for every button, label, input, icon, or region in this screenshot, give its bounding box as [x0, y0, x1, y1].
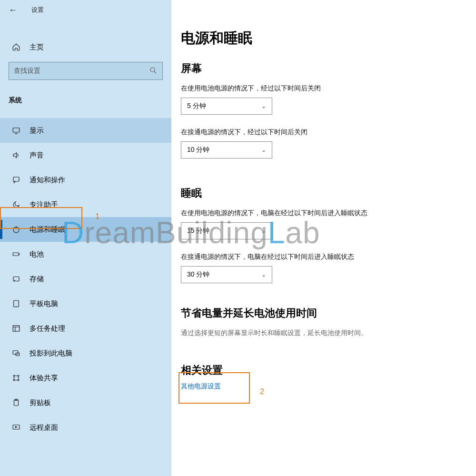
- sleep-battery-label: 在使用电池电源的情况下，电脑在经过以下时间后进入睡眠状态: [181, 209, 476, 218]
- sidebar-home[interactable]: 主页: [0, 37, 171, 57]
- multitask-icon: [10, 324, 22, 333]
- sidebar-item-multitask[interactable]: 多任务处理: [0, 316, 171, 341]
- sidebar-item-label: 远程桌面: [30, 423, 58, 432]
- svg-rect-8: [13, 326, 20, 331]
- screen-plugged-label: 在接通电源的情况下，经过以下时间后关闭: [181, 128, 476, 137]
- back-icon[interactable]: ←: [9, 5, 17, 15]
- screen-heading: 屏幕: [181, 61, 476, 76]
- chevron-down-icon: ⌄: [261, 271, 266, 278]
- sidebar-item-label: 投影到此电脑: [30, 349, 72, 358]
- sidebar-item-focus[interactable]: 专注助手: [0, 192, 171, 217]
- related-heading: 相关设置: [181, 363, 476, 377]
- screen-plugged-value: 10 分钟: [187, 146, 209, 154]
- search-placeholder: 查找设置: [14, 67, 149, 75]
- sleep-plugged-select[interactable]: 30 分钟 ⌄: [181, 266, 272, 283]
- svg-rect-5: [13, 277, 19, 281]
- window-title: 设置: [31, 6, 44, 14]
- clipboard-icon: [10, 398, 22, 407]
- tablet-icon: [10, 299, 22, 308]
- sidebar-home-label: 主页: [30, 43, 44, 52]
- sidebar-item-power[interactable]: 电源和睡眠: [0, 217, 171, 242]
- sidebar-item-label: 剪贴板: [30, 398, 51, 407]
- search-icon: [149, 66, 158, 76]
- chevron-down-icon: ⌄: [261, 228, 266, 234]
- save-heading: 节省电量并延长电池使用时间: [181, 306, 476, 320]
- sidebar-item-label: 通知和操作: [30, 176, 65, 185]
- sidebar-item-tablet[interactable]: 平板电脑: [0, 291, 171, 316]
- sidebar-item-label: 显示: [30, 126, 44, 135]
- svg-rect-9: [13, 351, 18, 355]
- sidebar-item-label: 平板电脑: [30, 299, 58, 308]
- storage-icon: [10, 275, 22, 283]
- sleep-battery-select[interactable]: 15 分钟 ⌄: [181, 222, 272, 239]
- svg-rect-17: [13, 425, 20, 429]
- svg-point-6: [15, 280, 15, 281]
- sleep-heading: 睡眠: [181, 186, 476, 200]
- search-input[interactable]: 查找设置: [9, 62, 163, 80]
- screen-battery-select[interactable]: 5 分钟 ⌄: [181, 98, 272, 115]
- svg-point-12: [18, 375, 19, 377]
- project-icon: [10, 349, 22, 357]
- content-area: 电源和睡眠 屏幕 在使用电池电源的情况下，经过以下时间后关闭 5 分钟 ⌄ 在接…: [171, 0, 476, 476]
- sidebar-item-share[interactable]: 体验共享: [0, 366, 171, 390]
- sleep-plugged-label: 在接通电源的情况下，电脑在经过以下时间后进入睡眠状态: [181, 253, 476, 261]
- notify-icon: [10, 176, 22, 184]
- sidebar-item-label: 多任务处理: [30, 324, 65, 333]
- sleep-battery-value: 15 分钟: [187, 227, 209, 235]
- sound-icon: [10, 151, 22, 159]
- sidebar-item-project[interactable]: 投影到此电脑: [0, 341, 171, 366]
- save-desc: 通过选择更短的屏幕显示时长和睡眠设置，延长电池使用时间。: [181, 329, 476, 337]
- home-icon: [10, 43, 22, 51]
- svg-point-13: [13, 379, 15, 381]
- svg-point-0: [150, 68, 155, 72]
- sidebar-item-notifications[interactable]: 通知和操作: [0, 168, 171, 192]
- focus-icon: [10, 200, 22, 209]
- sidebar-item-clipboard[interactable]: 剪贴板: [0, 390, 171, 415]
- battery-icon: [10, 250, 22, 258]
- screen-plugged-select[interactable]: 10 分钟 ⌄: [181, 141, 272, 159]
- screen-battery-label: 在使用电池电源的情况下，经过以下时间后关闭: [181, 84, 476, 93]
- sidebar-item-label: 电池: [30, 250, 44, 259]
- sidebar-item-label: 存储: [30, 275, 44, 284]
- sidebar-item-label: 电源和睡眠: [30, 225, 65, 234]
- svg-point-11: [13, 375, 15, 377]
- svg-rect-2: [13, 177, 19, 181]
- related-link-other-power[interactable]: 其他电源设置: [181, 382, 476, 391]
- sidebar-item-sound[interactable]: 声音: [0, 143, 171, 168]
- display-icon: [10, 126, 22, 135]
- chevron-down-icon: ⌄: [261, 147, 266, 153]
- sidebar-item-label: 声音: [30, 151, 44, 160]
- sidebar-item-display[interactable]: 显示: [0, 118, 171, 143]
- sidebar-item-remote[interactable]: 远程桌面: [0, 415, 171, 440]
- title-bar: ← 设置: [0, 0, 171, 20]
- sleep-plugged-value: 30 分钟: [187, 270, 209, 279]
- screen-battery-value: 5 分钟: [187, 102, 206, 110]
- sidebar-item-storage[interactable]: 存储: [0, 267, 171, 291]
- sidebar-group-title: 系统: [0, 80, 171, 109]
- remote-icon: [10, 423, 22, 432]
- sidebar-item-battery[interactable]: 电池: [0, 242, 171, 267]
- power-icon: [10, 225, 22, 234]
- svg-rect-1: [13, 128, 20, 132]
- svg-point-14: [18, 379, 19, 381]
- chevron-down-icon: ⌄: [261, 103, 266, 109]
- share-icon: [10, 374, 22, 382]
- sidebar-nav: 显示 声音 通知和操作 专注助手 电源和睡眠 电池 存储 平板电脑: [0, 118, 171, 440]
- sidebar: ← 设置 主页 查找设置 系统 显示 声音 通知和操作 专注助手: [0, 0, 171, 476]
- svg-rect-4: [13, 253, 19, 256]
- sidebar-item-label: 体验共享: [30, 374, 58, 383]
- page-title: 电源和睡眠: [181, 29, 476, 48]
- sidebar-item-label: 专注助手: [30, 200, 58, 209]
